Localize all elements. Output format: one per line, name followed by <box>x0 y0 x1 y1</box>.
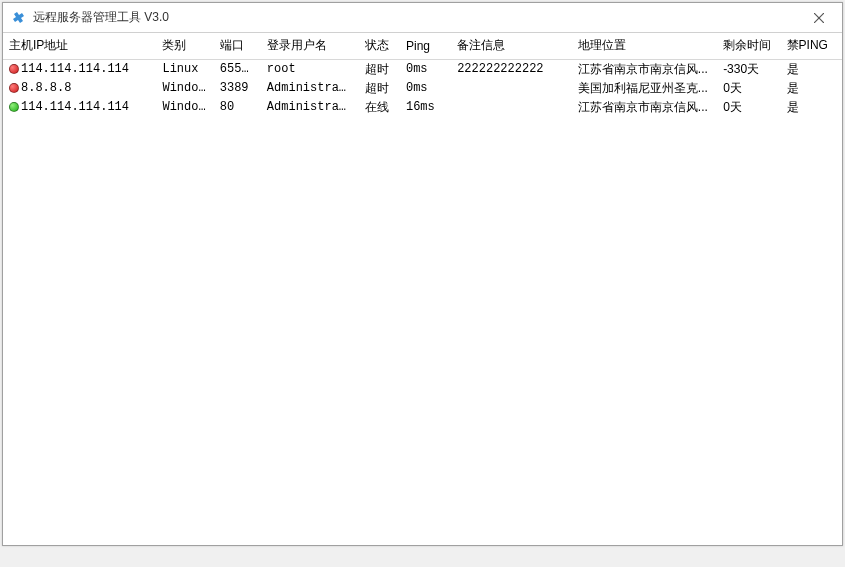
col-port[interactable]: 端口 <box>214 33 261 60</box>
cell-note <box>451 79 572 98</box>
cell-ping: 0ms <box>400 60 451 80</box>
cell-type: Windows <box>156 98 213 117</box>
cell-ip: 8.8.8.8 <box>21 80 71 96</box>
col-note[interactable]: 备注信息 <box>451 33 572 60</box>
content-area[interactable]: 主机IP地址 类别 端口 登录用户名 状态 Ping 备注信息 地理位置 剩余时… <box>3 33 842 545</box>
cell-state: 超时 <box>359 79 400 98</box>
col-ip[interactable]: 主机IP地址 <box>3 33 156 60</box>
status-dot-icon <box>9 83 19 93</box>
app-icon <box>11 10 27 26</box>
server-table: 主机IP地址 类别 端口 登录用户名 状态 Ping 备注信息 地理位置 剩余时… <box>3 33 842 117</box>
col-state[interactable]: 状态 <box>359 33 400 60</box>
cell-user: Administrator <box>261 98 359 117</box>
cell-note: 222222222222 <box>451 60 572 80</box>
cell-location: 江苏省南京市南京信风... <box>572 98 717 117</box>
cell-type: Windows <box>156 79 213 98</box>
col-ping[interactable]: Ping <box>400 33 451 60</box>
close-icon <box>814 13 824 23</box>
status-dot-icon <box>9 102 19 112</box>
cell-ip: 114.114.114.114 <box>21 99 129 115</box>
cell-user: root <box>261 60 359 80</box>
cell-noping: 是 <box>781 79 842 98</box>
cell-user: Administrator <box>261 79 359 98</box>
cell-remaining: 0天 <box>717 79 780 98</box>
table-row[interactable]: 8.8.8.8Windows3389Administrator超时0ms美国加利… <box>3 79 842 98</box>
col-remaining[interactable]: 剩余时间 <box>717 33 780 60</box>
cell-remaining: -330天 <box>717 60 780 80</box>
cell-noping: 是 <box>781 60 842 80</box>
col-location[interactable]: 地理位置 <box>572 33 717 60</box>
cell-ip: 114.114.114.114 <box>21 61 129 77</box>
cell-port: 65530 <box>214 60 261 80</box>
cell-port: 3389 <box>214 79 261 98</box>
cell-location: 美国加利福尼亚州圣克... <box>572 79 717 98</box>
col-user[interactable]: 登录用户名 <box>261 33 359 60</box>
cell-ping: 0ms <box>400 79 451 98</box>
window-title: 远程服务器管理工具 V3.0 <box>33 9 804 26</box>
cell-noping: 是 <box>781 98 842 117</box>
col-type[interactable]: 类别 <box>156 33 213 60</box>
status-dot-icon <box>9 64 19 74</box>
titlebar[interactable]: 远程服务器管理工具 V3.0 <box>3 3 842 33</box>
cell-type: Linux <box>156 60 213 80</box>
cell-note <box>451 98 572 117</box>
table-row[interactable]: 114.114.114.114Linux65530root超时0ms222222… <box>3 60 842 80</box>
table-header-row[interactable]: 主机IP地址 类别 端口 登录用户名 状态 Ping 备注信息 地理位置 剩余时… <box>3 33 842 60</box>
cell-ping: 16ms <box>400 98 451 117</box>
cell-location: 江苏省南京市南京信风... <box>572 60 717 80</box>
cell-state: 超时 <box>359 60 400 80</box>
close-button[interactable] <box>804 3 834 32</box>
app-window: 远程服务器管理工具 V3.0 主机IP地址 类别 端口 登录用户名 状态 P <box>2 2 843 546</box>
table-row[interactable]: 114.114.114.114Windows80Administrator在线1… <box>3 98 842 117</box>
col-noping[interactable]: 禁PING <box>781 33 842 60</box>
cell-port: 80 <box>214 98 261 117</box>
cell-remaining: 0天 <box>717 98 780 117</box>
cell-state: 在线 <box>359 98 400 117</box>
